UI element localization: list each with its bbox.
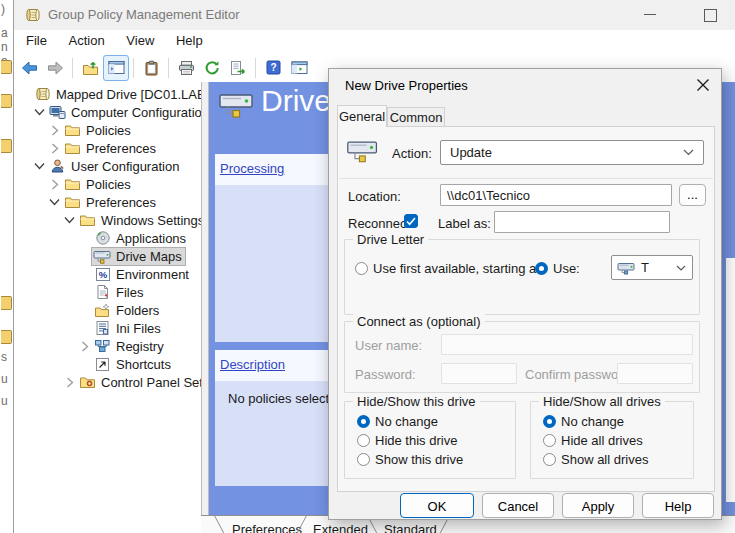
sidebar-item-environment[interactable]: %Environment [14,265,201,283]
toolbar-separator [72,58,73,78]
chevron-right-icon[interactable] [78,340,91,353]
browse-button[interactable]: ... [679,184,706,206]
radio-icon[interactable] [535,262,548,275]
tab-standard[interactable]: Standard [384,522,437,533]
label-as-input[interactable] [494,211,670,233]
sidebar-item-applications[interactable]: Applications [14,229,201,247]
folder-icon [63,141,82,155]
sidebar-item-label: Mapped Drive [DC01.LAB.LOCA [56,87,201,102]
radio-icon[interactable] [357,415,370,428]
chevron-spacer [78,322,91,335]
sidebar-item-registry[interactable]: Registry [14,337,201,355]
radio-show-all-drives[interactable]: Show all drives [543,452,648,467]
action-select[interactable]: Update [440,140,704,165]
clipboard-icon[interactable] [138,55,164,81]
sidebar-item-policies[interactable]: Policies [14,121,201,139]
refresh-icon[interactable] [199,55,225,81]
chevron-right-icon[interactable] [48,142,61,155]
new-window-icon[interactable] [286,55,312,81]
dialog-tab-general[interactable]: General [337,105,387,127]
menu-bar: File Action View Help [14,30,735,54]
folder-new-icon [93,303,112,318]
folder-icon [78,213,97,227]
radio-icon[interactable] [543,434,556,447]
dialog-tab-common[interactable]: Common [387,107,445,127]
radio-icon[interactable] [543,415,556,428]
radio-all-no-change[interactable]: No change [543,414,624,429]
sidebar-item-preferences[interactable]: Preferences [14,139,201,157]
ini-icon [93,320,112,336]
chevron-right-icon[interactable] [63,376,76,389]
svg-text:?: ? [270,62,276,73]
sidebar-item-drive-maps[interactable]: Drive Maps [14,247,201,265]
folder-icon [1,60,12,74]
drive-small-icon [617,261,636,275]
back-icon[interactable] [16,55,42,81]
location-input[interactable] [440,184,672,206]
folder-icon [63,195,82,209]
pane-splitter[interactable] [201,82,209,533]
username-label: User name: [355,338,422,353]
radio-icon[interactable] [355,262,368,275]
export-list-icon[interactable] [225,55,251,81]
radio-this-no-change[interactable]: No change [357,414,438,429]
sidebar-item-shortcuts[interactable]: Shortcuts [14,355,201,373]
close-icon[interactable] [696,78,710,92]
minimize-icon[interactable] [644,14,656,15]
sidebar-item-policies[interactable]: Policies [14,175,201,193]
folder-icon [63,123,82,137]
chevron-right-icon[interactable] [48,178,61,191]
sidebar-item-folders[interactable]: Folders [14,301,201,319]
chevron-down-icon[interactable] [33,160,46,173]
sidebar-item-mapped-drive-dc01-lab-loca[interactable]: Mapped Drive [DC01.LAB.LOCA [14,85,201,103]
sidebar-item-control-panel-setting[interactable]: Control Panel Setting [14,373,201,391]
radio-icon[interactable] [357,434,370,447]
menu-view[interactable]: View [117,30,163,52]
title-bar: Group Policy Management Editor [14,0,735,30]
sidebar-item-user-configuration[interactable]: User Configuration [14,157,201,175]
hide-show-all-drives-group: Hide/Show all drives No change Hide all … [530,401,694,479]
username-input [441,334,693,355]
sidebar-item-files[interactable]: Files [14,283,201,301]
radio-show-this-drive[interactable]: Show this drive [357,452,463,467]
sidebar-item-ini-files[interactable]: Ini Files [14,319,201,337]
cp-folder-icon [78,375,97,389]
processing-link[interactable]: Processing [220,161,284,176]
menu-help[interactable]: Help [167,30,212,52]
console-tree: Mapped Drive [DC01.LAB.LOCAComputer Conf… [14,82,201,533]
sidebar-item-preferences[interactable]: Preferences [14,193,201,211]
help-icon[interactable]: ? [260,55,286,81]
description-link[interactable]: Description [220,357,285,372]
ok-button[interactable]: OK [400,493,474,518]
sidebar-item-label: User Configuration [71,159,179,174]
menu-file[interactable]: File [17,30,56,52]
maximize-icon[interactable] [704,9,717,22]
radio-hide-all-drives[interactable]: Hide all drives [543,433,643,448]
sidebar-item-windows-settings[interactable]: Windows Settings [14,211,201,229]
radio-hide-this-drive[interactable]: Hide this drive [357,433,457,448]
chevron-down-icon[interactable] [48,196,61,209]
cancel-button[interactable]: Cancel [482,493,554,518]
tab-extended[interactable]: Extended [313,522,368,533]
console-tree-icon[interactable] [103,55,129,81]
chevron-down-icon[interactable] [63,214,76,227]
menu-action[interactable]: Action [60,30,114,52]
apply-button[interactable]: Apply [562,493,634,518]
reconnect-checkbox[interactable] [404,214,418,228]
radio-use[interactable]: Use: [535,261,580,276]
password-label: Password: [355,367,416,382]
printer-icon[interactable] [173,55,199,81]
radio-use-first-available[interactable]: Use first available, starting at: [355,261,544,276]
chevron-right-icon[interactable] [48,124,61,137]
help-button[interactable]: Help [642,493,714,518]
drive-letter-select[interactable]: T [611,255,693,280]
sidebar-item-computer-configuration[interactable]: Computer Configuration [14,103,201,121]
radio-icon[interactable] [357,453,370,466]
chevron-down-icon[interactable] [33,106,46,119]
sidebar-item-label: Preferences [86,195,156,210]
tab-preferences[interactable]: Preferences [232,522,302,533]
forward-icon[interactable] [42,55,68,81]
sidebar-item-label: Registry [116,339,164,354]
radio-icon[interactable] [543,453,556,466]
up-folder-icon[interactable] [77,55,103,81]
